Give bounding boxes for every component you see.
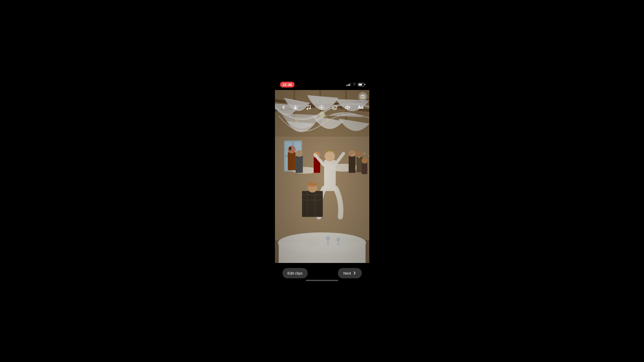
photo-background[interactable]: Aa — [275, 90, 369, 263]
toolbar: Aa — [275, 101, 369, 114]
home-indicator — [306, 280, 338, 281]
download-button[interactable] — [291, 103, 300, 112]
svg-point-71 — [309, 108, 310, 109]
edit-clips-button[interactable]: Edit clips — [283, 268, 308, 278]
status-icons — [346, 83, 364, 86]
back-button[interactable] — [279, 103, 288, 112]
status-time: 22:36 — [280, 82, 295, 87]
sticker-button[interactable] — [330, 103, 339, 112]
svg-point-75 — [335, 107, 336, 107]
chevron-right-icon — [353, 271, 356, 275]
battery-icon — [358, 83, 364, 86]
phone-frame: 22:36 — [275, 79, 369, 283]
effects-button[interactable] — [317, 103, 326, 112]
toolbar-right: Aa — [291, 103, 365, 112]
status-bar: 22:36 — [275, 79, 369, 90]
svg-point-74 — [333, 107, 334, 107]
next-button[interactable]: Next — [338, 268, 362, 278]
main-content: Aa Edit clips Next — [275, 79, 369, 283]
svg-point-72 — [321, 107, 322, 108]
camera-button[interactable] — [358, 92, 367, 101]
svg-point-70 — [307, 108, 308, 110]
text-button[interactable]: Aa — [356, 103, 365, 112]
svg-rect-69 — [275, 90, 369, 263]
signal-bars-icon — [346, 83, 351, 86]
wifi-icon — [352, 83, 356, 86]
music-button[interactable] — [304, 103, 313, 112]
svg-point-73 — [332, 105, 337, 110]
mute-button[interactable] — [343, 103, 352, 112]
svg-point-79 — [362, 96, 364, 98]
